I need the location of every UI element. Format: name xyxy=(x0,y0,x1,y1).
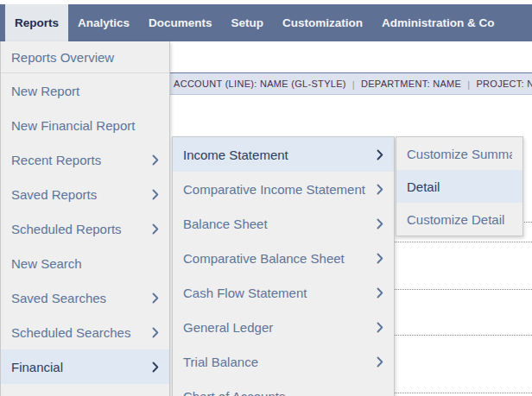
menu-item-customize-detail[interactable]: Customize Detail xyxy=(396,203,522,236)
menu-item-scheduled-reports[interactable]: Scheduled Reports xyxy=(1,211,169,246)
menu-item-label: Cash Flow Statement xyxy=(183,286,370,300)
header-separator: | xyxy=(346,79,361,90)
menu-item-label: General Ledger xyxy=(183,320,370,335)
menu-item-trial-balance[interactable]: Trial Balance xyxy=(173,344,394,379)
menu-item-saved-reports[interactable]: Saved Reports xyxy=(1,177,169,211)
menu-item-label: Recent Reports xyxy=(11,153,145,167)
menu-item-label: New Financial Report xyxy=(11,118,159,133)
financial-submenu: Income StatementComparative Income State… xyxy=(172,136,395,396)
menu-item-general-ledger[interactable]: General Ledger xyxy=(173,310,394,344)
reports-dropdown-menu: Reports OverviewNew ReportNew Financial … xyxy=(0,41,170,396)
menu-item-label: Scheduled Searches xyxy=(11,325,145,340)
menu-item-label: Income Statement xyxy=(183,148,370,162)
submenu-chevron-icon xyxy=(152,154,159,166)
menu-item-label: Comparative Income Statement xyxy=(183,182,370,197)
menu-item-label: Customize Summary xyxy=(407,147,512,161)
menu-item-income-statement[interactable]: Income Statement xyxy=(173,137,394,172)
submenu-chevron-icon xyxy=(152,361,159,373)
submenu-chevron-icon xyxy=(152,223,159,235)
menu-item-comparative-income-statement[interactable]: Comparative Income Statement xyxy=(173,172,394,206)
menu-item-chart-of-accounts[interactable]: Chart of Accounts xyxy=(173,379,394,396)
submenu-chevron-icon xyxy=(377,356,383,368)
menu-item-scheduled-searches[interactable]: Scheduled Searches xyxy=(1,315,169,349)
submenu-chevron-icon xyxy=(377,184,383,195)
submenu-chevron-icon xyxy=(152,189,159,200)
menu-item-label: Balance Sheet xyxy=(183,217,370,231)
submenu-chevron-icon xyxy=(377,322,383,333)
menu-item-balance-sheet[interactable]: Balance Sheet xyxy=(173,206,394,241)
report-header-segment: ACCOUNT (LINE): NAME (GL-STYLE) xyxy=(174,79,346,89)
menu-item-label: Chart of Accounts xyxy=(183,389,383,396)
menu-item-label: Scheduled Reports xyxy=(11,222,145,236)
submenu-chevron-icon xyxy=(377,149,383,160)
report-header-segment: PROJECT: NAME xyxy=(476,79,532,89)
menu-item-reports-overview[interactable]: Reports Overview xyxy=(1,41,169,73)
header-separator: | xyxy=(461,79,476,90)
menu-item-cash-flow-statement[interactable]: Cash Flow Statement xyxy=(173,275,394,310)
menu-item-label: Saved Reports xyxy=(11,187,145,202)
menu-item-new-search[interactable]: New Search xyxy=(1,246,169,280)
submenu-chevron-icon xyxy=(377,287,383,299)
income-statement-submenu: Customize SummaryDetailCustomize Detail xyxy=(396,136,523,236)
submenu-chevron-icon xyxy=(152,327,159,338)
submenu-chevron-icon xyxy=(377,253,383,264)
report-header-segment: DEPARTMENT: NAME xyxy=(361,79,461,89)
submenu-chevron-icon xyxy=(377,218,383,229)
menu-item-label: Reports Overview xyxy=(11,50,159,65)
menu-item-saved-searches[interactable]: Saved Searches xyxy=(1,280,169,315)
menu-item-label: Trial Balance xyxy=(183,355,370,369)
menu-item-recent-reports[interactable]: Recent Reports xyxy=(1,142,169,177)
menu-item-detail[interactable]: Detail xyxy=(396,170,522,203)
submenu-chevron-icon xyxy=(152,292,159,304)
menu-item-label: Financial xyxy=(11,360,145,374)
netsuite-app-screen: ACCOUNT (LINE): NAME (GL-STYLE)|DEPARTME… xyxy=(0,0,532,396)
menu-item-label: Comparative Balance Sheet xyxy=(183,251,370,266)
menu-item-financial[interactable]: Financial xyxy=(1,349,169,384)
menu-item-new-financial-report[interactable]: New Financial Report xyxy=(1,108,169,142)
menu-item-label: Detail xyxy=(407,179,512,194)
menu-item-comparative-balance-sheet[interactable]: Comparative Balance Sheet xyxy=(173,241,394,275)
menu-item-label: Customize Detail xyxy=(407,212,512,227)
menu-item-label: Saved Searches xyxy=(11,291,145,305)
menu-item-customize-summary[interactable]: Customize Summary xyxy=(396,137,522,170)
menu-item-new-report[interactable]: New Report xyxy=(1,73,169,108)
menu-item-label: New Search xyxy=(11,256,159,271)
menu-item-label: New Report xyxy=(11,84,159,98)
